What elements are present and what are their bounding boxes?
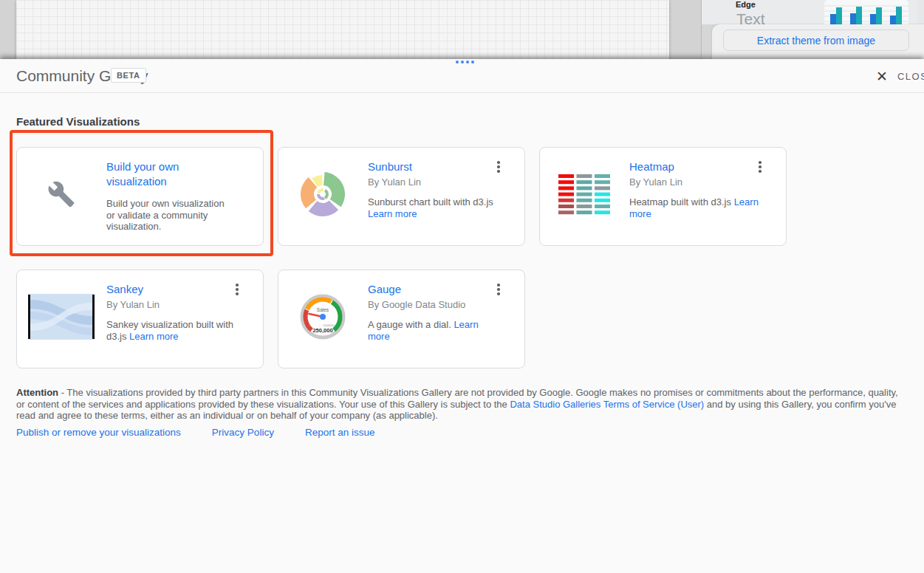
learn-more-link[interactable]: Learn more: [129, 331, 178, 342]
report-issue-link[interactable]: Report an issue: [305, 427, 375, 438]
extract-theme-button[interactable]: Extract theme from image: [723, 30, 909, 51]
gallery-card-gauge[interactable]: Sales 0 1000000 250,000 Gauge By Google …: [278, 270, 525, 368]
gallery-card-sunburst[interactable]: Sunburst By Yulan Lin Sunburst chart bui…: [278, 147, 525, 246]
beta-badge: BETA: [111, 68, 146, 83]
theme-next-label: Text: [736, 10, 765, 24]
theme-panel: Edge Text: [701, 0, 924, 59]
gauge-thumbnail: Sales 0 1000000 250,000: [290, 283, 356, 351]
theme-name-edge: Edge: [736, 0, 756, 9]
attention-text: Attention - The visualizations provided …: [16, 387, 905, 422]
section-title: Featured Visualizations: [16, 115, 140, 128]
close-icon[interactable]: ✕: [876, 69, 888, 83]
publish-visualizations-link[interactable]: Publish or remove your visualizations: [16, 427, 181, 438]
sunburst-thumbnail: [290, 160, 356, 228]
card-title[interactable]: Build your own visualization: [106, 159, 217, 189]
close-button[interactable]: ✕ CLOSE: [876, 59, 924, 93]
gallery-card-build-your-own[interactable]: Build your own visualization Build your …: [16, 147, 264, 246]
card-description: Heatmap built with d3.js Learn more: [629, 196, 761, 219]
scrollbar-track[interactable]: [917, 0, 924, 24]
report-editor-background: Edge Text: [0, 0, 924, 59]
sankey-thumbnail: [28, 283, 95, 351]
report-canvas-grid[interactable]: [16, 0, 669, 59]
card-title[interactable]: Gauge: [368, 282, 501, 297]
attention-label: Attention: [16, 387, 58, 398]
card-description: Sunburst chart built with d3.js Learn mo…: [368, 196, 499, 219]
card-byline: By Yulan Lin: [368, 176, 501, 188]
card-byline: By Yulan Lin: [106, 299, 239, 310]
modal-header: Community Gallery BETA ✕ CLOSE: [0, 59, 924, 93]
theme-preview-chart[interactable]: [824, 0, 908, 24]
privacy-policy-link[interactable]: Privacy Policy: [212, 427, 274, 438]
card-byline: By Yulan Lin: [629, 176, 762, 188]
card-title[interactable]: Sankey: [106, 282, 239, 297]
learn-more-link[interactable]: Learn more: [368, 208, 417, 219]
card-description: Build your own visualization or validate…: [106, 198, 226, 233]
gallery-card-sankey[interactable]: Sankey By Yulan Lin Sankey visualization…: [16, 270, 264, 368]
community-gallery-modal: Community Gallery BETA ✕ CLOSE Featured …: [0, 59, 924, 573]
terms-of-service-link[interactable]: Data Studio Galleries Terms of Service (…: [510, 399, 704, 410]
gallery-card-heatmap[interactable]: Heatmap By Yulan Lin Heatmap built with …: [539, 147, 787, 246]
card-byline: By Google Data Studio: [368, 299, 501, 310]
theme-panel-footer: Extract theme from image: [712, 24, 924, 59]
svg-text:Sales: Sales: [317, 307, 329, 312]
footer-links: Publish or remove your visualizations Pr…: [16, 427, 374, 438]
card-description: A gauge with a dial. Learn more: [368, 319, 499, 342]
card-title[interactable]: Sunburst: [368, 159, 501, 174]
close-button-label[interactable]: CLOSE: [897, 71, 924, 82]
card-title[interactable]: Heatmap: [629, 159, 762, 174]
card-description: Sankey visualization built with d3.js Le…: [106, 319, 238, 342]
wrench-icon: [28, 160, 95, 228]
svg-text:250,000: 250,000: [312, 327, 332, 334]
theme-list: Edge Text: [702, 0, 924, 24]
heatmap-thumbnail: [551, 160, 617, 228]
